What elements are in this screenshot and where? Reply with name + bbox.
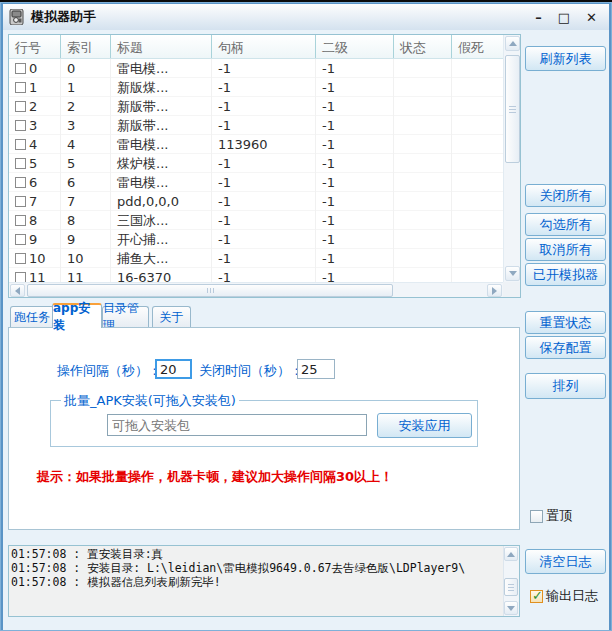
tab-run-tasks[interactable]: 跑任务 <box>10 306 54 327</box>
row-frozen <box>452 268 503 283</box>
row-checkbox[interactable] <box>15 101 26 112</box>
pin-top-checkbox-box[interactable] <box>530 510 543 523</box>
table-row[interactable]: 0 0 雷电模... -1 -1 <box>9 59 503 78</box>
clear-log-button[interactable]: 清空日志 <box>525 549 606 574</box>
table-row[interactable]: 4 4 雷电模... 113960 -1 <box>9 135 503 154</box>
row-secondary: -1 <box>316 192 394 211</box>
titlebar[interactable]: 模拟器助手 – □ ✕ <box>3 4 609 30</box>
row-checkbox[interactable] <box>15 215 26 226</box>
row-number: 7 <box>29 192 37 211</box>
close-button[interactable]: ✕ <box>586 11 597 24</box>
scroll-left-icon[interactable] <box>10 284 25 297</box>
log-scroll-down-icon[interactable] <box>504 601 518 615</box>
column-header-frozen[interactable]: 假死 <box>452 35 503 58</box>
apk-drop-input[interactable] <box>107 414 367 436</box>
row-status <box>394 154 452 173</box>
row-checkbox[interactable] <box>15 253 26 264</box>
table-row[interactable]: 7 7 pdd,0,0,0 -1 -1 <box>9 192 503 211</box>
row-handle: -1 <box>212 211 316 230</box>
row-index: 11 <box>61 268 111 283</box>
row-checkbox[interactable] <box>15 139 26 150</box>
column-header-status[interactable]: 状态 <box>394 35 452 58</box>
row-checkbox[interactable] <box>15 234 26 245</box>
row-number: 0 <box>29 59 37 78</box>
row-checkbox[interactable] <box>15 158 26 169</box>
tab-app-install[interactable]: app安装 <box>52 303 102 328</box>
arrange-button[interactable]: 排列 <box>525 373 606 399</box>
output-log-checkbox[interactable]: ✓ 输出日志 <box>530 587 598 605</box>
close-all-button[interactable]: 关闭所有 <box>525 184 606 207</box>
row-title: 新版带... <box>111 97 212 116</box>
row-number: 11 <box>29 268 46 283</box>
row-index: 5 <box>61 154 111 173</box>
row-frozen <box>452 230 503 249</box>
row-number: 4 <box>29 135 37 154</box>
tab-directory-management[interactable]: 目录管理 <box>102 306 149 327</box>
row-index: 2 <box>61 97 111 116</box>
row-checkbox[interactable] <box>15 63 26 74</box>
row-index: 9 <box>61 230 111 249</box>
log-scroll-up-icon[interactable] <box>504 547 518 561</box>
row-title: 雷电模... <box>111 173 212 192</box>
table-vertical-scrollbar[interactable] <box>503 35 520 282</box>
minimize-button[interactable]: – <box>535 11 542 24</box>
uncheck-all-button[interactable]: 取消所有 <box>525 238 606 261</box>
emulator-table: 行号 索引 标题 句柄 二级 状态 假死 0 0 雷电模... -1 -1 1 … <box>8 34 521 298</box>
row-status <box>394 135 452 154</box>
column-header-row[interactable]: 行号 <box>9 35 61 58</box>
opened-emulators-button[interactable]: 已开模拟器 <box>525 263 606 286</box>
table-row[interactable]: 10 10 捕鱼大... -1 -1 <box>9 249 503 268</box>
install-app-button[interactable]: 安装应用 <box>377 413 472 438</box>
row-number: 6 <box>29 173 37 192</box>
column-header-secondary[interactable]: 二级 <box>316 35 394 58</box>
scroll-right-icon[interactable] <box>487 284 502 297</box>
column-header-title[interactable]: 标题 <box>111 35 212 58</box>
table-row[interactable]: 6 6 雷电模... -1 -1 <box>9 173 503 192</box>
row-checkbox[interactable] <box>15 196 26 207</box>
table-row[interactable]: 1 1 新版煤... -1 -1 <box>9 78 503 97</box>
column-header-index[interactable]: 索引 <box>61 35 111 58</box>
scroll-up-icon[interactable] <box>505 36 520 51</box>
interval-input[interactable] <box>155 359 192 379</box>
table-horizontal-scrollbar[interactable] <box>9 282 503 297</box>
table-row[interactable]: 5 5 煤炉模... -1 -1 <box>9 154 503 173</box>
pin-top-checkbox[interactable]: 置顶 <box>530 507 572 525</box>
row-checkbox[interactable] <box>15 272 26 283</box>
row-frozen <box>452 135 503 154</box>
table-row[interactable]: 11 11 16-6370 -1 -1 <box>9 268 503 282</box>
check-all-button[interactable]: 勾选所有 <box>525 213 606 236</box>
row-index: 0 <box>61 59 111 78</box>
row-number: 5 <box>29 154 37 173</box>
row-index: 7 <box>61 192 111 211</box>
output-log-checkbox-box[interactable]: ✓ <box>530 590 543 603</box>
refresh-list-button[interactable]: 刷新列表 <box>525 46 606 71</box>
row-checkbox[interactable] <box>15 120 26 131</box>
table-row[interactable]: 2 2 新版带... -1 -1 <box>9 97 503 116</box>
tab-about[interactable]: 关于 <box>152 306 191 327</box>
row-handle: -1 <box>212 230 316 249</box>
log-vertical-scrollbar[interactable] <box>503 546 519 616</box>
maximize-button[interactable]: □ <box>558 11 570 24</box>
log-output[interactable]: 01:57:08 : 置安装目录:真 01:57:08 : 安装目录: L:\l… <box>8 545 520 617</box>
scroll-down-icon[interactable] <box>505 266 520 281</box>
column-header-handle[interactable]: 句柄 <box>212 35 316 58</box>
log-scroll-thumb[interactable] <box>504 578 518 596</box>
row-status <box>394 116 452 135</box>
table-row[interactable]: 8 8 三国冰... -1 -1 <box>9 211 503 230</box>
row-handle: -1 <box>212 192 316 211</box>
table-row[interactable]: 3 3 新版带... -1 -1 <box>9 116 503 135</box>
table-row[interactable]: 9 9 开心捕... -1 -1 <box>9 230 503 249</box>
horizontal-scroll-thumb[interactable] <box>27 284 393 297</box>
close-time-input[interactable] <box>297 359 335 379</box>
row-title: pdd,0,0,0 <box>111 192 212 211</box>
check-icon: ✓ <box>532 588 543 603</box>
vertical-scroll-thumb[interactable] <box>505 55 520 163</box>
row-number: 9 <box>29 230 37 249</box>
save-config-button[interactable]: 保存配置 <box>525 336 606 359</box>
row-checkbox[interactable] <box>15 177 26 188</box>
row-checkbox[interactable] <box>15 82 26 93</box>
row-status <box>394 78 452 97</box>
reset-state-button[interactable]: 重置状态 <box>525 311 606 334</box>
row-status <box>394 97 452 116</box>
row-index: 4 <box>61 135 111 154</box>
